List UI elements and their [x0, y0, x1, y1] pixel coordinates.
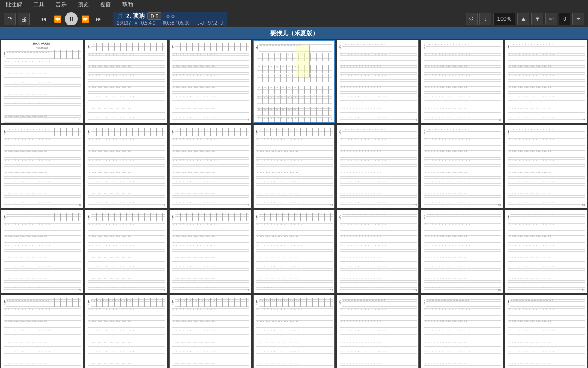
score-title: 耍猴儿（乐夏版）	[270, 29, 318, 37]
zoom-display: 100%	[493, 13, 516, 25]
menu-preview[interactable]: 预览	[76, 1, 91, 9]
sheet-page[interactable]: 𝄞♩♪♩♫♩♪♩♫♩♪♩♫♩♪♩♫♩♪♩♫♩♪♩♫♩♪♩♫♩ ♪ ♩ ♫ ♩ ♪…	[337, 210, 419, 293]
sheet-page[interactable]: 𝄞♩♪♩♫♩♪♩♫♩♪♩♫♩♪♩♫♩♪♩♫♩♪♩♫♩♪♩♫♩ ♪ ♩ ♫ ♩ ♪…	[421, 210, 503, 293]
sheet-page[interactable]: 𝄞♩♪♩♫♩♪♩♫♩♪♩♫♩♪♩♫♩♪♩♫♩♪♩♫♩♪♩♫♩ ♪ ♩ ♫ ♩ ♪…	[505, 210, 587, 293]
sheet-page[interactable]: 𝄞♩♪♩♫♩♪♩♫♩♪♩♫♩♪♩♫♩♪♩♫♩♪♩♫♩♪♩♫♩ ♪ ♩ ♫ ♩ ♪…	[1, 295, 83, 368]
count-display: 0	[559, 13, 570, 25]
sheet-page[interactable]: 𝄞♩♪♩♫♩♪♩♫♩♪♩♫♩♪♩♫♩♪♩♫♩♪♩♫♩♪♩♫♩ ♪ ♩ ♫ ♩ ♪…	[505, 40, 587, 123]
transport-controls: ⏮ ⏪ ⏸ ⏩ ⏭	[37, 12, 105, 25]
sheet-page[interactable]: 𝄞♩♪♩♫♩♪♩♫♩♪♩♫♩♪♩♫♩♪♩♫♩♪♩♫♩♪♩♫♩ ♪ ♩ ♫ ♩ ♪…	[505, 295, 587, 368]
sheet-page[interactable]: 𝄞♩♪♩♫♩♪♩♫♩♪♩♫♩♪♩♫♩♪♩♫♩♪♩♫♩♪♩♫♩ ♪ ♩ ♫ ♩ ♪…	[169, 210, 251, 293]
sheet-page[interactable]: 𝄞♩♪♩♫♩♪♩♫♩♪♩♫♩♪♩♫♩♪♩♫♩♪♩♫♩♪♩♫♩ ♪ ♩ ♫ ♩ ♪…	[337, 40, 419, 123]
menu-music[interactable]: 音乐	[54, 1, 68, 9]
right-toolbar: ↺ ♩ 100% ▲ ▼ ✏ 0 +	[466, 13, 584, 25]
sheet-page[interactable]: 𝄞♩♪♩♫♩♪♩♫♩♪♩♫♩♪♩♫♩♪♩♫♩♪♩♫♩♪♩♫♩ ♪ ♩ ♫ ♩ ♪…	[505, 125, 587, 208]
sheet-page[interactable]: 𝄞♩♪♩♫♩♪♩♫♩♪♩♫♩♪♩♫♩♪♩♫♩♪♩♫♩♪♩♫♩ ♪ ♩ ♫ ♩ ♪…	[421, 40, 503, 123]
skip-back-button[interactable]: ⏮	[37, 12, 50, 25]
instrument-info: 23/137 ● 0.5:4.0 00:58 / 05:00 ♩=♩ 97.2 …	[117, 20, 223, 25]
instrument-name: 2. 唢呐	[126, 12, 145, 20]
sheet-page[interactable]: 𝄞♩♪♩♫♩♪♩♫♩♪♩♫♩♪♩♫♩♪♩♫♩♪♩♫♩♪♩♫♩ ♪ ♩ ♫ ♩ ♪…	[253, 40, 335, 123]
sheet-page[interactable]: 𝄞♩♪♩♫♩♪♩♫♩♪♩♫♩♪♩♫♩♪♩♫♩♪♩♫♩♪♩♫♩ ♪ ♩ ♫ ♩ ♪…	[337, 295, 419, 368]
sheet-page[interactable]: 𝄞♩♪♩♫♩♪♩♫♩♪♩♫♩♪♩♫♩♪♩♫♩♪♩♫♩♪♩♫♩ ♪ ♩ ♫ ♩ ♪…	[253, 210, 335, 293]
sheet-page[interactable]: 𝄞♩♪♩♫♩♪♩♫♩♪♩♫♩♪♩♫♩♪♩♫♩♪♩♫♩♪♩♫♩ ♪ ♩ ♫ ♩ ♪…	[253, 295, 335, 368]
menu-tools[interactable]: 工具	[31, 1, 46, 9]
play-pause-button[interactable]: ⏸	[65, 12, 78, 25]
note-button[interactable]: ♩	[479, 13, 491, 25]
sheet-page[interactable]: 𝄞♩♪♩♫♩♪♩♫♩♪♩♫♩♪♩♫♩♪♩♫♩♪♩♫♩♪♩♫♩ ♪ ♩ ♫ ♩ ♪…	[85, 295, 167, 368]
fast-forward-button[interactable]: ⏩	[79, 12, 91, 25]
sheet-page[interactable]: 𝄞♩♪♩♫♩♪♩♫♩♪♩♫♩♪♩♫♩♪♩♫♩♪♩♫♩♪♩♫♩ ♪ ♩ ♫ ♩ ♪…	[421, 295, 503, 368]
instrument-display: 🎵 2. 唢呐 D 5 ⚙ ⚙ 23/137 ● 0.5:4.0 00:58 /…	[113, 12, 227, 26]
title-bar: 耍猴儿（乐夏版）	[0, 28, 588, 39]
rewind-button[interactable]: ⏪	[51, 12, 64, 25]
sheet-page[interactable]: 𝄞♩♪♩♫♩♪♩♫♩♪♩♫♩♪♩♫♩♪♩♫♩♪♩♫♩♪♩♫♩ ♪ ♩ ♫ ♩ ♪…	[169, 40, 251, 123]
sheet-page[interactable]: 𝄞♩♪♩♫♩♪♩♫♩♪♩♫♩♪♩♫♩♪♩♫♩♪♩♫♩♪♩♫♩ ♪ ♩ ♫ ♩ ♪…	[85, 210, 167, 293]
sheet-page[interactable]: 𝄞♩♪♩♫♩♪♩♫♩♪♩♫♩♪♩♫♩♪♩♫♩♪♩♫♩♪♩♫♩ ♪ ♩ ♫ ♩ ♪…	[169, 295, 251, 368]
toolbar: ↷ 🖨 ⏮ ⏪ ⏸ ⏩ ⏭ 🎵 2. 唢呐 D 5 ⚙ ⚙ 23/137 ● 0…	[0, 10, 588, 28]
zoom-in-button[interactable]: ▲	[517, 13, 529, 25]
sheet-page[interactable]: 耍猴儿（乐夏版）作词 作曲 编曲𝄞♩♪♩♫♩♪♩♫♩♪♩♫♩♪♩♫♩♪♩♫♩♪♩…	[1, 40, 83, 123]
sheet-page[interactable]: 𝄞♩♪♩♫♩♪♩♫♩♪♩♫♩♪♩♫♩♪♩♫♩♪♩♫♩♪♩♫♩ ♪ ♩ ♫ ♩ ♪…	[85, 40, 167, 123]
sheet-page[interactable]: 𝄞♩♪♩♫♩♪♩♫♩♪♩♫♩♪♩♫♩♪♩♫♩♪♩♫♩♪♩♫♩ ♪ ♩ ♫ ♩ ♪…	[1, 125, 83, 208]
zoom-out-button[interactable]: ▼	[531, 13, 543, 25]
sheet-grid: 耍猴儿（乐夏版）作词 作曲 编曲𝄞♩♪♩♫♩♪♩♫♩♪♩♫♩♪♩♫♩♪♩♫♩♪♩…	[0, 39, 588, 368]
menu-help[interactable]: 帮助	[120, 1, 135, 9]
sheet-page[interactable]: 𝄞♩♪♩♫♩♪♩♫♩♪♩♫♩♪♩♫♩♪♩♫♩♪♩♫♩♪♩♫♩ ♪ ♩ ♫ ♩ ♪…	[169, 125, 251, 208]
print-button[interactable]: 🖨	[18, 13, 30, 25]
sheet-page[interactable]: 𝄞♩♪♩♫♩♪♩♫♩♪♩♫♩♪♩♫♩♪♩♫♩♪♩♫♩♪♩♫♩ ♪ ♩ ♫ ♩ ♪…	[253, 125, 335, 208]
sheet-page[interactable]: 𝄞♩♪♩♫♩♪♩♫♩♪♩♫♩♪♩♫♩♪♩♫♩♪♩♫♩♪♩♫♩ ♪ ♩ ♫ ♩ ♪…	[337, 125, 419, 208]
menu-annotate[interactable]: 批注解	[4, 1, 24, 9]
loop-button[interactable]: ↺	[466, 13, 478, 25]
skip-forward-button[interactable]: ⏭	[92, 12, 105, 25]
sheet-page[interactable]: 𝄞♩♪♩♫♩♪♩♫♩♪♩♫♩♪♩♫♩♪♩♫♩♪♩♫♩♪♩♫♩ ♪ ♩ ♫ ♩ ♪…	[421, 125, 503, 208]
menu-window[interactable]: 视窗	[98, 1, 113, 9]
pencil-button[interactable]: ✏	[545, 13, 557, 25]
menu-bar: 批注解 工具 音乐 预览 视窗 帮助	[0, 0, 588, 10]
add-button[interactable]: +	[572, 13, 584, 25]
sheet-page[interactable]: 𝄞♩♪♩♫♩♪♩♫♩♪♩♫♩♪♩♫♩♪♩♫♩♪♩♫♩♪♩♫♩ ♪ ♩ ♫ ♩ ♪…	[1, 210, 83, 293]
instrument-badge: D 5	[147, 12, 161, 20]
sheet-page[interactable]: 𝄞♩♪♩♫♩♪♩♫♩♪♩♫♩♪♩♫♩♪♩♫♩♪♩♫♩♪♩♫♩ ♪ ♩ ♫ ♩ ♪…	[85, 125, 167, 208]
redo-button[interactable]: ↷	[4, 13, 16, 25]
